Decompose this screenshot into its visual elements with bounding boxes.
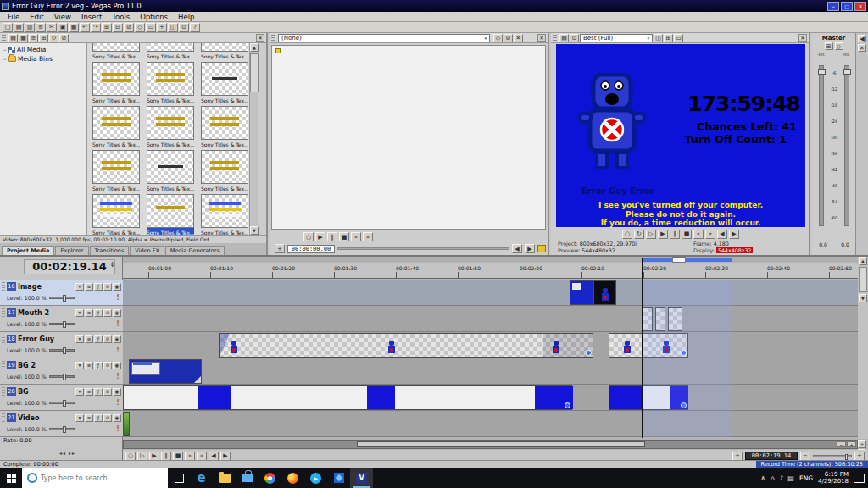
- search-input[interactable]: [41, 474, 142, 482]
- menu-view[interactable]: View: [50, 13, 75, 21]
- menu-help[interactable]: Help: [174, 13, 198, 21]
- preview-quality-dropdown[interactable]: Best (Full) ▾: [580, 34, 653, 42]
- photos-icon[interactable]: [327, 468, 350, 488]
- tab-media-generators[interactable]: Media Generators: [165, 246, 225, 255]
- media-thumbnail[interactable]: Sony Titles & Tex...: [147, 194, 194, 235]
- zoom-out-time-icon[interactable]: −: [800, 452, 810, 461]
- new-bin-icon[interactable]: ⊞: [39, 34, 48, 42]
- track-mute-icon[interactable]: ⊘: [103, 388, 112, 396]
- track-fx-icon[interactable]: ƒ: [94, 283, 103, 291]
- minimize-button[interactable]: −: [827, 2, 839, 11]
- copy-icon[interactable]: ▣: [58, 23, 68, 32]
- dock-close-icon[interactable]: ✕: [858, 44, 866, 52]
- timeline-cursor-timecode[interactable]: 00:02:19.14: [745, 452, 798, 460]
- menu-file[interactable]: File: [3, 13, 24, 21]
- tree-expand-icon[interactable]: −: [3, 56, 7, 62]
- mixer-properties-icon[interactable]: ◇: [835, 42, 843, 50]
- remove-media-icon[interactable]: ⊘: [59, 34, 69, 42]
- thumbnail-view-icon[interactable]: ▦: [19, 34, 28, 42]
- paste-icon[interactable]: ▦: [69, 23, 79, 32]
- media-thumbnail[interactable]: Sony Titles & Tex...: [147, 106, 194, 150]
- track-warning-icon[interactable]: !: [116, 320, 120, 328]
- track-header[interactable]: 16 Image ▾≡ƒ⊘◉ Level: 100.0 % !: [0, 280, 123, 306]
- track-mute-icon[interactable]: ⊘: [103, 309, 112, 317]
- scroll-up-icon[interactable]: ▲: [250, 43, 259, 52]
- clip-image-event-2[interactable]: [593, 280, 616, 305]
- track-warning-icon[interactable]: !: [116, 373, 120, 380]
- undo-icon[interactable]: ↶: [80, 23, 90, 32]
- media-tree-item[interactable]: − Media Bins: [0, 54, 86, 64]
- enable-snapping-icon[interactable]: ⊞: [102, 23, 112, 32]
- media-thumbnail[interactable]: Sony Titles & Tex...: [92, 150, 140, 194]
- timeline-horizontal-scrollbar[interactable]: − +: [123, 440, 858, 449]
- new-project-icon[interactable]: ▢: [3, 23, 13, 32]
- track-height-zoom-in-icon[interactable]: +: [858, 440, 866, 448]
- hidden-icons-chevron-icon[interactable]: ∧: [760, 474, 765, 482]
- track-mute-icon[interactable]: ⊘: [103, 362, 112, 369]
- add-keyframe-icon[interactable]: [537, 245, 546, 252]
- zoom-edit-tool-icon[interactable]: ⊙: [179, 23, 189, 32]
- track-drag-handle[interactable]: [2, 387, 5, 396]
- clip-video-event-1[interactable]: [123, 412, 130, 436]
- zoom-out-icon[interactable]: −: [837, 441, 846, 447]
- loop-playback-icon[interactable]: ↻: [634, 230, 644, 239]
- media-thumbnail[interactable]: Sony Titles & Tex...: [92, 62, 140, 106]
- media-thumbnail[interactable]: Sony Titles & Tex...: [92, 43, 140, 62]
- track-level-slider[interactable]: [49, 297, 75, 299]
- track-fx-icon[interactable]: ƒ: [94, 336, 103, 343]
- scrub-control[interactable]: ◂◂ ▸▸: [59, 450, 75, 456]
- scroll-down-icon[interactable]: ▼: [250, 226, 259, 235]
- insert-bus-icon[interactable]: ⊞: [825, 42, 833, 50]
- detail-view-icon[interactable]: ≡: [29, 34, 38, 42]
- safe-areas-icon[interactable]: ▭: [674, 34, 683, 42]
- pause-icon[interactable]: ‖: [670, 230, 680, 239]
- track-motion-icon[interactable]: ≡: [85, 336, 93, 343]
- go-to-start-icon[interactable]: «: [185, 452, 195, 461]
- fader-thumb[interactable]: [843, 69, 851, 75]
- fx-preset-dropdown[interactable]: (None) ▾: [278, 34, 490, 42]
- track-automation-icon[interactable]: ◉: [113, 309, 121, 317]
- menu-insert[interactable]: Insert: [77, 13, 106, 21]
- fader-thumb[interactable]: [818, 69, 826, 75]
- timeline-tracks-area[interactable]: [123, 280, 858, 437]
- tab-explorer[interactable]: Explorer: [55, 246, 88, 255]
- record-icon[interactable]: ○: [125, 452, 136, 461]
- record-icon[interactable]: ○: [622, 230, 632, 239]
- media-thumbnail-list[interactable]: Sony Titles & Tex... Sony Titles & Tex..…: [87, 43, 251, 235]
- track-mute-icon[interactable]: ⊘: [103, 336, 112, 343]
- track-level-slider[interactable]: [49, 349, 75, 352]
- play-icon[interactable]: ▶: [315, 232, 326, 241]
- ignore-event-grouping-icon[interactable]: ◇: [135, 23, 145, 32]
- menu-tools[interactable]: Tools: [108, 13, 134, 21]
- action-center-icon[interactable]: [854, 474, 865, 483]
- play-from-start-icon[interactable]: ▷: [646, 230, 656, 239]
- track-name[interactable]: Image: [18, 283, 42, 291]
- save-icon[interactable]: ▥: [25, 23, 35, 32]
- track-automation-icon[interactable]: ◉: [113, 414, 121, 422]
- track-automation-icon[interactable]: ◉: [113, 336, 121, 343]
- scrollbar-thumb[interactable]: [250, 53, 259, 92]
- track-drag-handle[interactable]: [2, 361, 5, 369]
- envelope-edit-tool-icon[interactable]: +: [157, 23, 167, 32]
- project-video-properties-icon[interactable]: ▤: [559, 34, 569, 42]
- redo-icon[interactable]: ↷: [91, 23, 101, 32]
- track-fx-icon[interactable]: ƒ: [94, 309, 103, 317]
- master-fader-left[interactable]: [819, 65, 824, 226]
- track-minimize-icon[interactable]: ▾: [75, 414, 84, 422]
- taskbar-clock[interactable]: 6:19 PM 4/29/2018: [818, 471, 849, 485]
- chrome-icon[interactable]: [259, 468, 281, 488]
- track-mute-icon[interactable]: ⊘: [103, 414, 112, 422]
- menu-options[interactable]: Options: [136, 13, 172, 21]
- master-fader-right[interactable]: [844, 65, 849, 226]
- track-level-slider[interactable]: [49, 323, 75, 325]
- go-to-end-icon[interactable]: »: [363, 232, 373, 241]
- split-screen-view-icon[interactable]: ◫: [654, 34, 663, 42]
- media-thumbnail[interactable]: Sony Titles & Tex...: [92, 106, 140, 150]
- go-to-end-icon[interactable]: »: [197, 452, 207, 461]
- task-view-button[interactable]: [168, 468, 190, 488]
- media-thumbnail[interactable]: Sony Titles & Tex...: [147, 150, 194, 194]
- track-header[interactable]: 17 Mouth 2 ▾≡ƒ⊘◉ Level: 100.0 % !: [0, 306, 123, 332]
- track-level-slider[interactable]: [49, 375, 75, 378]
- track-header[interactable]: 18 Error Guy ▾≡ƒ⊘◉ Level: 100.0 % !: [0, 332, 123, 358]
- track-minimize-icon[interactable]: ▾: [75, 283, 84, 291]
